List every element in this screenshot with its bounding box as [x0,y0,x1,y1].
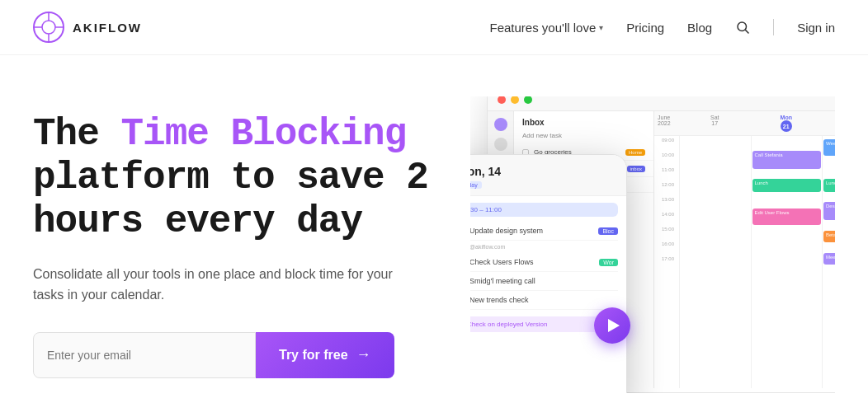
logo[interactable]: AKIFLOW [33,12,142,43]
mobile-task-label-4: New trends check [470,296,529,304]
cal-header-sat: Sat17 [679,111,751,135]
hero-subtitle: Consolidate all your tools in one place … [33,264,421,306]
mobile-task-label-3: Smidg'l meeting call [470,277,535,285]
calendar-grid: 09:00 10:00 11:00 12:00 13:00 14:00 15:0… [654,136,835,388]
mobile-time-block-placeholder: 10:30 – 11:00 [470,203,618,217]
window-maximize-dot [524,96,532,104]
arrow-icon: → [356,346,371,363]
nav-features[interactable]: Features you'll love ▾ [489,21,603,35]
mobile-day-badge-today: Today [470,181,482,189]
event-edit-user-flows: Edit User Flows [752,208,822,225]
event-call-stefania: Call Stefania [752,151,822,169]
hero-title-highlight: Time Blocking [120,113,406,156]
event-lunch-2: Lunch [823,179,835,192]
day-col-tue: Weekly review Lunch Design meeting Beta … [822,136,835,388]
chevron-down-icon: ▾ [599,23,603,32]
cal-header-mon: Mon21 [751,111,823,135]
sidebar-icon-2 [494,138,507,151]
window-minimize-dot [511,96,519,104]
play-button[interactable] [594,307,630,344]
window-close-dot [498,96,506,104]
mobile-task-label-1: Update design system [470,227,543,235]
mobile-task-tag-1: Bloc [598,227,618,235]
hero-illustration: Inbox Add new task Go groceries Home Dem… [470,96,835,393]
event-lunch-1: Lunch [752,179,822,192]
event-design-meeting-1: Design meeting [823,202,835,220]
nav-blog[interactable]: Blog [687,21,712,35]
svg-point-6 [738,22,747,31]
svg-point-1 [42,21,55,34]
main-nav: Features you'll love ▾ Pricing Blog Sign… [489,19,835,35]
email-input[interactable] [33,332,256,378]
inbox-title: Inbox [514,111,653,130]
mobile-header: Mon, 14 Today [470,155,626,196]
mobile-task-4: New trends check [470,291,618,310]
calendar-header: June 2022 Sat17 Mon21 Tue1 Wed2 [654,111,835,136]
nav-divider [773,19,774,35]
search-icon[interactable] [735,20,750,35]
hero-title-part1: The [33,113,120,156]
logo-icon [33,12,64,43]
try-btn-label: Try for free [279,348,348,363]
sidebar-icon-1 [494,118,507,131]
day-col-mon: Call Stefania Lunch Edit User Flows [751,136,823,388]
play-icon [608,319,620,332]
cta-area: Try for free → [33,332,437,378]
mobile-date: Mon, 14 [470,165,615,178]
mobile-task-1: Update design system Bloc [470,222,618,241]
calendar-month-label: June 2022 [654,111,679,135]
mobile-task-assignee: @akiflow.com [470,244,618,250]
app-window-header [488,96,835,111]
inbox-add-task: Add new task [514,130,653,144]
app-screenshot-mobile: Mon, 14 Today 10:30 – 11:00 Update desig… [470,154,627,393]
hero-content: The Time Blocking platform to save 2 hou… [33,96,437,378]
cal-header-tue: Tue1 [822,111,835,135]
logo-text: AKIFLOW [73,21,142,35]
event-beta: Beta [823,231,835,242]
event-weekly-review: Weekly review [823,139,835,156]
hero-section: The Time Blocking platform to save 2 hou… [0,55,868,393]
hero-title: The Time Blocking platform to save 2 hou… [33,113,437,244]
try-for-free-button[interactable]: Try for free → [256,332,394,378]
svg-line-7 [746,30,749,33]
task-tag-2: inbox [627,166,645,172]
time-column: 09:00 10:00 11:00 12:00 13:00 14:00 15:0… [654,136,679,388]
task-tag-1: Home [625,149,645,156]
hero-title-part2: platform to save 2 [33,157,428,199]
mobile-task-3: Smidg'l meeting call [470,272,618,291]
mobile-task-label-2: Check Users Flows [470,258,534,266]
hero-title-part3: hours every day [33,200,362,243]
mobile-task-tag-2: Wor [599,259,618,266]
event-meetup: Meetup [823,253,835,265]
app-calendar: June 2022 Sat17 Mon21 Tue1 Wed2 09:00 10… [654,111,835,388]
nav-pricing[interactable]: Pricing [626,21,664,35]
nav-signin[interactable]: Sign in [797,21,835,35]
day-col-sat [679,136,751,388]
mobile-task-2: Check Users Flows Wor [470,253,618,272]
